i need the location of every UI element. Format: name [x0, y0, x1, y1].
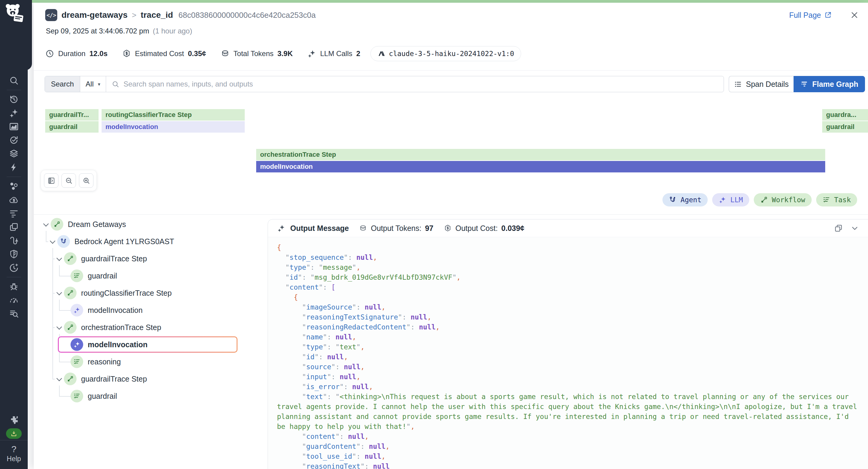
flame-span-bar[interactable]: guardrailTr...: [45, 109, 98, 121]
span-tree-item[interactable]: Bedrock Agent 1YLRGS0AST: [49, 233, 174, 250]
span-tree-item[interactable]: modelInvocation: [62, 336, 148, 353]
full-page-label: Full Page: [789, 11, 821, 20]
list-details-icon: [734, 80, 742, 88]
span-label: guardrailTrace Step: [81, 375, 147, 383]
time-sparkle-icon[interactable]: [9, 262, 19, 273]
span-tree-item[interactable]: guardrailTrace Step: [56, 250, 147, 267]
bug-icon[interactable]: [9, 282, 19, 292]
span-label: modelInvocation: [88, 306, 143, 315]
breadcrumb-service[interactable]: dream-getaways: [61, 10, 127, 20]
span-tree-item[interactable]: guardrail: [62, 387, 117, 405]
metric-estimated-cost: Estimated Cost 0.35¢: [122, 49, 206, 58]
flame-span-bar[interactable]: modelInvocation: [256, 161, 825, 173]
json-code-line: "tool_use_id": null,: [277, 451, 858, 462]
flame-graph-icon: [800, 80, 808, 88]
chevron-down-icon[interactable]: [56, 323, 63, 331]
sidebar-nav: [0, 75, 28, 439]
json-code-line: "stop_sequence": null,: [277, 253, 858, 262]
span-label: guardrail: [88, 272, 117, 280]
span-label: reasoning: [88, 357, 121, 366]
legend-label: Agent: [681, 196, 701, 204]
chevron-down-icon[interactable]: [56, 375, 63, 383]
metric-value: 2: [356, 50, 360, 58]
span-label: Dream Getaways: [68, 220, 126, 229]
anthropic-icon: [377, 50, 385, 58]
cost-icon: [444, 224, 452, 232]
legend-pill-agent[interactable]: Agent: [662, 193, 708, 207]
copy-icon[interactable]: [834, 224, 843, 233]
collapse-panel-button[interactable]: [44, 173, 59, 188]
agent-span-icon: [57, 235, 70, 248]
sparkles-icon[interactable]: [9, 108, 19, 118]
legend-pill-llm[interactable]: LLM: [712, 193, 749, 207]
span-tree-item[interactable]: guardrailTrace Step: [56, 370, 147, 387]
search-scope-select[interactable]: All ▾: [80, 76, 106, 92]
tree-connector: [53, 259, 55, 259]
windows-icon[interactable]: [9, 222, 19, 232]
json-code-line: "content": null,: [277, 432, 858, 442]
workflow-span-icon: [64, 252, 76, 265]
flame-graph: guardrailTr...routingClassifierTrace Ste…: [34, 109, 868, 176]
tree-connector: [53, 293, 55, 293]
search-icon[interactable]: [9, 75, 19, 86]
view-toggle: Span Details Flame Graph: [729, 76, 865, 92]
legend-label: Workflow: [772, 196, 805, 204]
layers-icon[interactable]: [9, 149, 19, 159]
tokens-icon: [221, 49, 230, 58]
search-input[interactable]: [123, 80, 718, 89]
tree-connector: [53, 379, 55, 379]
span-tree-item[interactable]: Dream Getaways: [42, 216, 126, 233]
install-badge-icon[interactable]: [6, 428, 22, 439]
task-icon: [823, 196, 830, 204]
span-tree-item[interactable]: routingClassifierTrace Step: [56, 285, 172, 302]
agent-icon: [669, 196, 677, 204]
legend-label: Task: [834, 196, 851, 204]
history-icon[interactable]: [9, 94, 19, 104]
flame-span-bar[interactable]: orchestrationTrace Step: [256, 149, 825, 160]
full-page-link[interactable]: Full Page: [789, 11, 832, 20]
log-search-icon[interactable]: [9, 309, 19, 319]
legend-pill-task[interactable]: Task: [816, 193, 857, 207]
span-label: guardrail: [88, 392, 117, 401]
trace-timestamp-row: Sep 09, 2025 at 3:44:06.702 pm (1 hour a…: [46, 27, 192, 35]
span-details-button[interactable]: Span Details: [729, 76, 794, 92]
chevron-down-icon[interactable]: [49, 238, 57, 245]
zoom-in-button[interactable]: [79, 173, 93, 188]
app-logo[interactable]: [2, 2, 28, 27]
output-tokens-value: 97: [425, 224, 433, 233]
sync-check-icon[interactable]: [9, 135, 19, 145]
graph-icon[interactable]: [9, 122, 19, 132]
span-list-icon[interactable]: [9, 208, 19, 219]
flame-span-bar[interactable]: guardrail: [45, 121, 98, 133]
span-tree-item[interactable]: guardrail: [62, 268, 117, 284]
flame-graph-button[interactable]: Flame Graph: [794, 76, 865, 92]
chevron-down-icon[interactable]: [56, 289, 63, 297]
flame-span-bar[interactable]: guardrail: [822, 121, 868, 133]
shield-icon[interactable]: [9, 249, 19, 259]
output-tokens-label: Output Tokens:: [371, 224, 421, 233]
close-icon[interactable]: [850, 10, 859, 20]
collapse-chevron-icon[interactable]: [850, 224, 859, 233]
span-tree-item[interactable]: reasoning: [62, 353, 121, 370]
cloud-cost-icon[interactable]: [9, 195, 19, 205]
flame-span-bar[interactable]: modelInvocation: [101, 121, 245, 133]
chevron-down-icon[interactable]: [42, 220, 50, 228]
span-tree-item[interactable]: modelInvocation: [62, 302, 143, 319]
legend-pill-workflow[interactable]: Workflow: [754, 193, 812, 207]
span-tree-item[interactable]: orchestrationTrace Step: [56, 319, 161, 336]
sidebar-help-button[interactable]: ? Help: [0, 440, 28, 469]
zoom-out-button[interactable]: [61, 173, 76, 188]
metric-label: Estimated Cost: [135, 50, 184, 58]
chevron-down-icon[interactable]: [56, 255, 63, 262]
bolt-icon[interactable]: [9, 162, 19, 173]
metric-llm-calls: LLM Calls 2: [307, 49, 360, 58]
gauge-icon[interactable]: [9, 295, 19, 305]
flame-span-bar[interactable]: routingClassifierTrace Step: [101, 109, 245, 121]
puzzle-icon[interactable]: [9, 415, 19, 425]
metrics-groups: Duration 12.0s Estimated Cost 0.35¢ Tota…: [45, 49, 360, 58]
json-code-line: "id": null,: [277, 352, 858, 362]
flame-span-bar[interactable]: guardra...: [822, 109, 868, 121]
integration-link-icon[interactable]: [9, 236, 19, 246]
hexagons-icon[interactable]: [9, 181, 19, 191]
span-label: guardrailTrace Step: [81, 254, 147, 263]
